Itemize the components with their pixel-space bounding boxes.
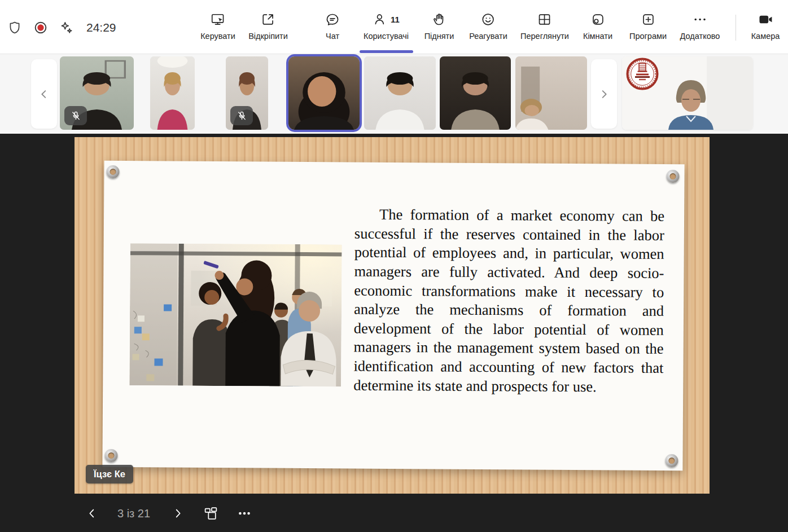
chat-icon [325,12,340,27]
rooms-button[interactable]: Кімнати [583,12,612,41]
manage-button[interactable]: Керувати [200,12,235,41]
recording-icon [33,20,48,35]
people-icon [373,12,388,27]
university-seal-logo [625,57,659,91]
slide-grid-icon [204,505,219,521]
participants-button[interactable]: 11 Користувачі [364,12,409,41]
presentation-slide[interactable]: The formation of a market economy can be… [75,137,710,494]
chat-button[interactable]: Чат [325,12,340,41]
slide-paper: The formation of a market economy can be… [102,161,684,471]
page-indicator: 3 із 21 [117,507,150,520]
share-screen-cursor-icon [210,12,225,27]
grommet-pin-icon [104,449,117,462]
slide-photo [129,243,342,386]
react-button[interactable]: Реагувати [469,12,507,41]
privacy-shield-icon [7,20,22,35]
participant-video-tile[interactable] [226,56,268,130]
participant-video-tile[interactable] [440,56,511,130]
add-app-icon [640,12,655,27]
meeting-status-group: 24:29 [7,20,116,35]
participants-count: 11 [391,15,400,24]
ellipsis-icon [237,506,252,521]
next-slide-button[interactable] [172,507,184,520]
camera-button[interactable]: Камера [751,12,780,41]
shared-content-stage: The formation of a market economy can be… [0,134,788,494]
chevron-left-icon [38,88,50,100]
more-options-button[interactable]: Додатково [680,12,720,41]
filmstrip-previous-button[interactable] [31,59,57,129]
meeting-toolbar: 24:29 Керувати Відкріпити Чат 11 Користу… [0,0,788,54]
camera-icon [758,12,773,27]
raise-hand-button[interactable]: Підняти [424,12,454,41]
smiley-icon [480,12,496,27]
presentation-controls-bar: 3 із 21 [0,494,788,532]
mic-muted-icon [230,106,253,125]
participant-video-tile[interactable] [364,56,436,130]
presenter-video-tile[interactable] [622,56,753,130]
copilot-sparkle-icon [59,20,74,35]
pop-out-icon [261,12,276,27]
participant-video-tile[interactable] [60,56,134,130]
chevron-right-icon [172,507,184,520]
participant-video-tile[interactable] [150,56,195,130]
meeting-timer: 24:29 [86,21,116,34]
raise-hand-icon [432,12,447,27]
grommet-pin-icon [106,165,119,178]
participants-filmstrip [0,54,788,134]
unpin-button[interactable]: Відкріпити [248,12,288,41]
mic-muted-icon [64,106,87,125]
view-button[interactable]: Переглянути [520,12,569,41]
participant-video-tile[interactable] [288,56,360,130]
filmstrip-next-button[interactable] [591,59,617,129]
previous-slide-button[interactable] [86,507,98,520]
chevron-right-icon [598,88,610,100]
slide-grid-view-button[interactable] [204,505,219,521]
grommet-pin-icon [665,454,678,467]
presenter-name-label: Їцзє Ке [86,465,133,483]
chevron-left-icon [86,507,98,520]
ellipsis-icon [692,12,707,27]
toolbar-divider [736,15,736,41]
participant-video-tile[interactable] [515,56,587,130]
breakout-rooms-icon [590,12,605,27]
active-tab-indicator [360,50,413,53]
slide-body-text: The formation of a market economy can be… [353,205,664,397]
apps-button[interactable]: Програми [629,12,667,41]
presentation-more-button[interactable] [237,506,252,521]
grommet-pin-icon [666,170,679,183]
grid-view-icon [537,12,553,27]
